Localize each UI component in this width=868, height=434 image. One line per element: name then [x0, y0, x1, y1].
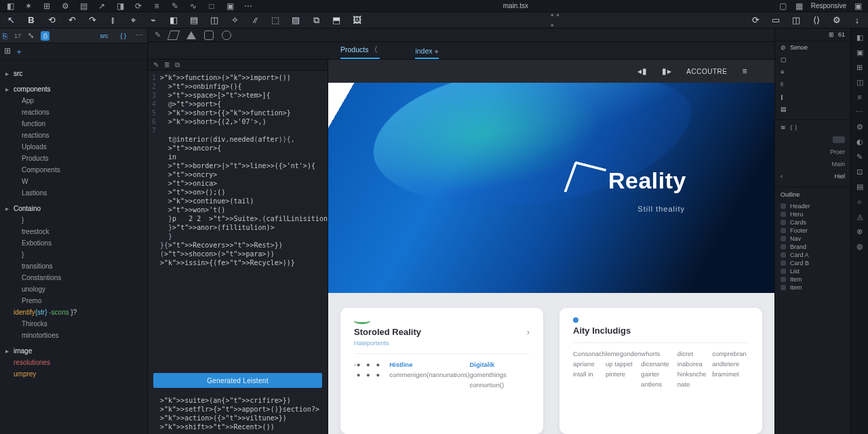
link-icon[interactable]: ⊘ [781, 44, 786, 51]
tree-item[interactable]: ▸image [1, 345, 146, 357]
panel-icon[interactable]: ◫ [791, 15, 802, 26]
rail-icon[interactable]: ⊞ [855, 62, 865, 72]
rail-icon[interactable]: ◐ [855, 137, 865, 146]
menu-icon[interactable]: ⚙ [60, 1, 70, 11]
more-icon[interactable]: ↓ [852, 15, 863, 26]
list-icon[interactable]: ≣ [164, 61, 170, 68]
rail-icon[interactable]: ⊗ [855, 226, 865, 236]
tree-item[interactable]: function [1, 118, 146, 130]
rail-icon[interactable]: ≡ [855, 92, 865, 102]
align-icon[interactable]: ▤ [781, 106, 787, 113]
menu-icon[interactable]: ≡ [742, 66, 747, 76]
split-icon[interactable]: ⫿ [107, 15, 118, 26]
menu-icon[interactable]: □ [207, 1, 216, 11]
outline-item[interactable]: Card B [775, 259, 850, 267]
tree-item[interactable]: minotortioes [1, 330, 146, 341]
add-icon[interactable]: ＋ [15, 46, 23, 58]
tree-item[interactable]: ▸components [1, 83, 146, 95]
outline-item[interactable]: Cards [775, 218, 850, 226]
card-aity[interactable]: Aity Includigs Consonach apriane intall … [559, 308, 762, 434]
tree-item[interactable]: ▸src [1, 68, 146, 79]
rail-icon[interactable]: ◧ [855, 33, 865, 42]
rail-icon[interactable]: ◬ [855, 212, 865, 221]
menu-icon[interactable]: ✎ [170, 1, 180, 11]
tree-item[interactable]: } [1, 214, 146, 226]
tool-icon[interactable]: ⫽ [250, 15, 260, 26]
menu-icon[interactable]: ⊞ [42, 1, 52, 11]
more-icon[interactable]: ⋯ [136, 31, 143, 40]
tool-icon[interactable]: ◫ [209, 15, 220, 26]
tree-item[interactable]: Lastions [1, 187, 146, 199]
arrow-icon[interactable]: ↖ [5, 15, 16, 26]
chevron-left-icon[interactable]: ‹ [781, 173, 783, 180]
run-button[interactable]: Generated Leistent [153, 373, 322, 388]
nav-link[interactable]: ACCOUTRE [686, 68, 727, 75]
pencil-icon[interactable]: ✎ [155, 31, 161, 39]
menu-icon[interactable]: ◨ [115, 1, 125, 11]
tree-item[interactable]: Constantions [1, 272, 146, 283]
tree-item[interactable]: W [1, 176, 146, 187]
outline-item[interactable]: Hero [775, 210, 850, 218]
align-icon[interactable]: ≡ [781, 68, 784, 75]
collapse-icon[interactable]: ⤡ [28, 31, 34, 40]
rail-icon[interactable]: ⟐ [855, 197, 865, 206]
forward-icon[interactable]: ▮▸ [662, 66, 671, 76]
menu-icon[interactable]: ∿ [189, 1, 198, 11]
rail-icon[interactable]: ◍ [855, 241, 865, 251]
bold-icon[interactable]: B [26, 15, 37, 26]
tree-item[interactable]: reactions [1, 130, 146, 141]
tool-icon[interactable]: ⌁ [148, 15, 159, 26]
tree-item[interactable]: Exbotions [1, 237, 146, 249]
redo-icon[interactable]: ↷ [87, 15, 98, 26]
outline-item[interactable]: Nav [775, 235, 850, 243]
tree-item[interactable]: App [1, 95, 146, 106]
rail-icon[interactable]: ✎ [855, 152, 865, 161]
menu-icon[interactable]: ≡ [152, 1, 161, 11]
tool-icon[interactable]: ⧉ [311, 15, 321, 26]
layers-icon[interactable]: ≋ [781, 124, 786, 131]
tree-item[interactable]: Premo [1, 295, 146, 307]
outline-item[interactable]: Item [775, 275, 850, 283]
parallelogram-icon[interactable] [167, 31, 180, 40]
box-icon[interactable]: ▢ [781, 56, 787, 63]
copy-icon[interactable]: ⧉ [175, 61, 180, 69]
outline-item[interactable]: List [775, 267, 850, 275]
rail-icon[interactable]: ⊡ [855, 167, 865, 176]
tree-item[interactable]: } [1, 249, 146, 260]
tree-item[interactable]: umprey [1, 368, 146, 380]
menu-icon[interactable]: ⟳ [134, 1, 143, 11]
tree-item[interactable]: Components [1, 164, 146, 176]
tree-item[interactable]: identify{str} -scons }? [1, 307, 146, 318]
rail-icon[interactable]: ⚙ [855, 122, 865, 132]
tree-item[interactable]: unology [1, 283, 146, 295]
menu-icon[interactable]: ⋯ [243, 1, 253, 11]
rail-icon[interactable]: ▣ [855, 47, 865, 57]
image-icon[interactable]: 🖼 [351, 15, 362, 26]
tool-icon[interactable]: ▤ [189, 15, 199, 26]
panel-icon[interactable]: ⟨⟩ [811, 15, 822, 26]
outline-item[interactable]: Card A [775, 251, 850, 259]
close-icon[interactable]: ▣ [853, 1, 863, 11]
tab-products[interactable]: Products〈 [340, 45, 380, 59]
undo-icon[interactable]: ↶ [66, 15, 77, 26]
code-editor[interactable]: ✎ ≣ ⧉ 1>"k">>function>(>"k">>import>())2… [148, 60, 328, 434]
chevron-right-icon[interactable]: › [527, 328, 530, 337]
refresh-icon[interactable]: ⟳ [750, 15, 761, 26]
tab-index[interactable]: index ● [415, 47, 438, 59]
tree-item[interactable]: Uploads [1, 141, 146, 153]
tree-item[interactable]: Thirocks [1, 318, 146, 330]
tree-item[interactable]: ▸Containo [1, 203, 146, 214]
chip-src[interactable]: ⎙ [41, 31, 50, 41]
settings-icon[interactable]: ⚙ [831, 15, 842, 26]
grid-icon[interactable]: ⊞ [829, 31, 834, 38]
device-icon[interactable]: ▭ [770, 15, 781, 26]
outline-item[interactable]: Header [775, 202, 850, 210]
cycle-icon[interactable]: ⟲ [46, 15, 57, 26]
align-icon[interactable]: ⫴ [781, 81, 783, 88]
tree-item[interactable]: treestock [1, 226, 146, 237]
tool-icon[interactable]: ⌖ [127, 15, 138, 26]
tree-icon[interactable]: ⊞ [4, 46, 11, 58]
outline-item[interactable]: Item [775, 283, 850, 292]
back-icon[interactable]: ◂▮ [637, 66, 647, 76]
triangle-icon[interactable] [186, 31, 196, 39]
